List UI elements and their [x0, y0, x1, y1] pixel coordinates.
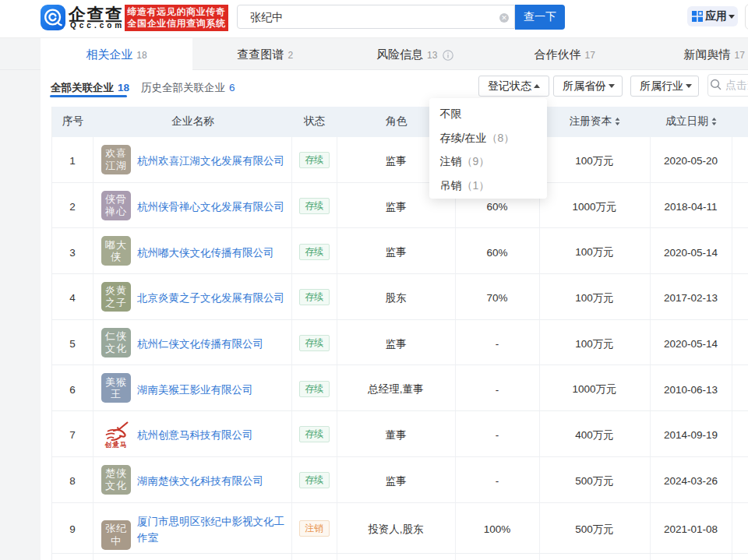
svg-text:创意马: 创意马: [104, 441, 128, 448]
